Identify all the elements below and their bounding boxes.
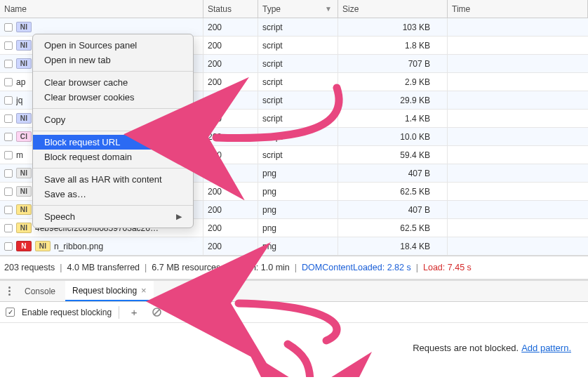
cell-type: png: [258, 183, 338, 200]
row-checkbox[interactable]: [4, 114, 13, 123]
file-type-badge: NI: [16, 204, 32, 215]
menu-item[interactable]: Save all as HAR with content: [33, 172, 193, 187]
row-checkbox[interactable]: [4, 133, 13, 141]
tab-request-blocking[interactable]: Request blocking ×: [65, 281, 154, 301]
enable-request-blocking-label: Enable request blocking: [22, 308, 112, 317]
row-checkbox[interactable]: [4, 23, 13, 32]
block-icon: [152, 307, 162, 317]
status-load: Load: 7.45 s: [423, 263, 472, 272]
col-header-size[interactable]: Size: [338, 0, 448, 18]
menu-item[interactable]: Open in new tab: [33, 53, 193, 67]
row-checkbox[interactable]: [4, 169, 13, 178]
context-menu: Open in Sources panelOpen in new tabClea…: [32, 34, 194, 228]
cell-size: 1.8 KB: [338, 37, 448, 54]
row-checkbox[interactable]: [4, 78, 13, 86]
status-requests: 203 requests: [4, 263, 55, 272]
cell-time: [448, 237, 588, 255]
col-header-type-label: Type: [262, 4, 281, 14]
cell-type: script: [258, 55, 338, 72]
cell-time: [448, 18, 588, 36]
file-name: n_ribbon.png: [54, 242, 103, 251]
cell-time: [448, 201, 588, 218]
menu-separator: [33, 108, 193, 109]
cell-time: [448, 219, 588, 237]
row-checkbox[interactable]: [4, 151, 13, 159]
drawer-menu-icon[interactable]: [4, 286, 15, 296]
cell-status: 200: [203, 183, 258, 200]
network-status-bar: 203 requests| 4.0 MB transferred| 6.7 MB…: [0, 256, 588, 279]
file-type-badge: NI: [16, 168, 32, 178]
cell-size: 1.4 KB: [338, 110, 448, 127]
table-row[interactable]: NNIn_ribbon.png200png18.4 KB: [0, 237, 588, 256]
file-type-badge: N: [16, 241, 32, 251]
add-pattern-button[interactable]: +: [126, 305, 142, 320]
cell-time: [448, 128, 588, 145]
cell-status: 200: [203, 37, 258, 54]
cell-type: script: [258, 128, 338, 145]
menu-item-label: Speech: [44, 211, 75, 222]
menu-item[interactable]: Open in Sources panel: [33, 38, 193, 53]
clear-patterns-button[interactable]: [149, 305, 164, 320]
cell-size: 103 KB: [338, 18, 448, 36]
cell-type: png: [258, 201, 338, 218]
row-checkbox[interactable]: [4, 60, 13, 68]
cell-type: png: [258, 164, 338, 182]
file-type-badge: NI: [16, 223, 32, 233]
menu-item[interactable]: Clear browser cache: [33, 75, 193, 90]
menu-separator: [33, 131, 193, 131]
cell-type: script: [258, 146, 338, 164]
menu-separator: [33, 205, 193, 206]
file-type-badge: NI: [16, 186, 32, 197]
sort-indicator-icon: ▼: [325, 5, 332, 13]
menu-item-label: Block request domain: [44, 152, 132, 162]
add-pattern-link[interactable]: Add pattern.: [521, 343, 571, 353]
file-type-badge: NI: [16, 40, 32, 51]
tab-request-blocking-label: Request blocking: [72, 286, 137, 296]
cell-type: script: [258, 110, 338, 127]
col-header-type[interactable]: Type ▼: [258, 0, 338, 18]
menu-item[interactable]: Block request domain: [33, 150, 193, 164]
file-type-badge: NI: [16, 22, 32, 32]
menu-item[interactable]: Block request URL: [33, 135, 193, 150]
cell-time: [448, 183, 588, 200]
cell-status: 200: [203, 237, 258, 255]
col-header-status[interactable]: Status: [203, 0, 258, 18]
menu-item[interactable]: Copy▶: [33, 112, 193, 127]
cell-size: 59.4 KB: [338, 146, 448, 164]
row-checkbox[interactable]: [4, 96, 13, 105]
col-header-name[interactable]: Name: [0, 0, 203, 18]
chevron-right-icon: ▶: [176, 115, 182, 124]
close-icon[interactable]: ×: [141, 285, 147, 296]
menu-item-label: Open in new tab: [44, 55, 111, 65]
row-checkbox[interactable]: [4, 206, 13, 214]
cell-time: [448, 146, 588, 164]
menu-item-label: Open in Sources panel: [44, 40, 137, 51]
request-blocking-empty: Requests are not blocked. Add pattern.: [0, 323, 588, 377]
file-type-badge: NI: [35, 241, 51, 251]
cell-size: 29.9 KB: [338, 91, 448, 109]
menu-item[interactable]: Speech▶: [33, 209, 193, 224]
tab-console[interactable]: Console: [18, 282, 62, 301]
file-type-badge: NI: [16, 113, 32, 124]
row-checkbox[interactable]: [4, 242, 13, 251]
row-checkbox[interactable]: [4, 224, 13, 232]
cell-time: [448, 110, 588, 127]
cell-status: 200: [203, 73, 258, 91]
row-checkbox[interactable]: [4, 187, 13, 196]
row-checkbox[interactable]: [4, 41, 13, 50]
request-blocking-toolbar: ✓ Enable request blocking +: [0, 302, 588, 323]
cell-size: 10.0 KB: [338, 128, 448, 145]
empty-text: Requests are not blocked.: [413, 343, 519, 353]
enable-request-blocking-checkbox[interactable]: ✓: [6, 308, 15, 317]
file-name: ap: [16, 77, 25, 87]
menu-item[interactable]: Clear browser cookies: [33, 90, 193, 105]
menu-item[interactable]: Save as…: [33, 187, 193, 202]
col-header-time[interactable]: Time: [448, 0, 588, 18]
menu-item-label: Save as…: [44, 189, 86, 199]
cell-size: 2.9 KB: [338, 73, 448, 91]
cell-type: script: [258, 37, 338, 54]
cell-size: 707 B: [338, 55, 448, 72]
cell-status: 200: [203, 128, 258, 145]
menu-item-label: Clear browser cookies: [44, 92, 135, 103]
cell-time: [448, 164, 588, 182]
